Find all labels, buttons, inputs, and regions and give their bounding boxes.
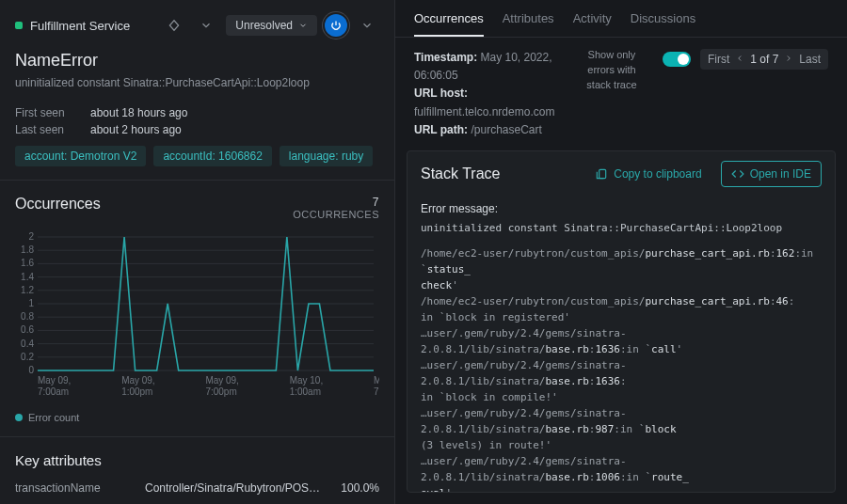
open-in-ide-button[interactable]: Open in IDE: [721, 161, 822, 187]
stack-trace-line: …user/.gem/ruby/2.4/gems/sinatra-2.0.8.1…: [421, 453, 822, 485]
svg-text:1.4: 1.4: [21, 272, 34, 282]
svg-text:1.8: 1.8: [21, 244, 34, 255]
svg-text:May 09,: May 09,: [38, 375, 71, 386]
occurrence-meta-bar: Timestamp: May 10, 2022, 06:06:05 URL ho…: [395, 38, 847, 150]
svg-text:1:00pm: 1:00pm: [121, 386, 152, 397]
timestamp-label: Timestamp:: [414, 51, 477, 64]
legend-label: Error count: [28, 412, 79, 423]
stack-trace-line: /home/ec2-user/rubytron/custom_apis/purc…: [421, 293, 822, 309]
last-seen-label: Last seen: [15, 123, 72, 136]
tab-attributes[interactable]: Attributes: [503, 0, 554, 37]
tab-activity[interactable]: Activity: [573, 0, 612, 37]
entity-picker-icon[interactable]: [162, 13, 186, 38]
stack-trace-filter: Show only errors with stack trace: [574, 49, 649, 90]
tag[interactable]: account: Demotron V2: [15, 146, 146, 166]
power-icon[interactable]: [325, 14, 347, 37]
occurrence-meta: Timestamp: May 10, 2022, 06:06:05 URL ho…: [414, 49, 561, 139]
url-path-value: /purchaseCart: [471, 123, 541, 136]
stack-trace-line: in `block in registered': [421, 309, 822, 325]
svg-text:May 09,: May 09,: [205, 375, 238, 386]
svg-text:0.6: 0.6: [21, 324, 34, 335]
svg-text:0.8: 0.8: [21, 311, 34, 322]
stack-trace-line: (3 levels) in route!': [421, 437, 822, 453]
svg-text:May 10,: May 10,: [290, 375, 323, 386]
stack-trace-body[interactable]: Error message: uninitialized constant Si…: [408, 197, 835, 492]
tag[interactable]: language: ruby: [280, 146, 373, 166]
first-seen-value: about 18 hours ago: [90, 106, 187, 119]
svg-text:2: 2: [28, 231, 34, 242]
error-message-label: Error message:: [421, 200, 822, 218]
key-attribute-name: transactionName: [15, 481, 137, 495]
svg-text:1.6: 1.6: [21, 258, 34, 268]
copy-to-clipboard-button[interactable]: Copy to clipboard: [585, 162, 711, 186]
key-attributes-title: Key attributes: [0, 437, 394, 476]
right-panel: Occurrences Attributes Activity Discussi…: [395, 0, 847, 504]
seen-block: First seen about 18 hours ago Last seen …: [0, 99, 394, 146]
occurrences-header: Occurrences 7 OCCURRENCES: [0, 181, 394, 224]
stack-trace-toggle[interactable]: [663, 52, 691, 67]
code-icon: [731, 167, 744, 181]
occurrences-title: Occurrences: [15, 196, 101, 213]
tag[interactable]: accountId: 1606862: [153, 146, 271, 166]
svg-text:1.2: 1.2: [21, 285, 34, 295]
clipboard-icon: [595, 167, 608, 181]
error-message-text: uninitialized constant Sinatra::Purchase…: [421, 220, 822, 236]
svg-text:7:00am: 7:00am: [38, 386, 69, 397]
occurrences-chart[interactable]: 00.20.40.60.811.21.41.61.82May 09,7:00am…: [0, 224, 394, 408]
url-path-label: URL path:: [414, 123, 468, 136]
toggle-label-line: Show only: [588, 49, 636, 60]
service-header: Fulfillment Service Unresolved: [0, 0, 394, 43]
key-attribute-value: Controller/Sinatra/Rubytron/POS…: [145, 481, 333, 495]
chevron-down-icon[interactable]: [355, 13, 379, 38]
left-panel: Fulfillment Service Unresolved NameError…: [0, 0, 395, 504]
error-title-block: NameError uninitialized constant Sinatra…: [0, 43, 394, 99]
tab-occurrences[interactable]: Occurrences: [414, 0, 484, 37]
svg-rect-32: [599, 169, 606, 178]
chevron-down-icon[interactable]: [194, 13, 218, 38]
error-class: NameError: [15, 51, 379, 71]
chart-legend: Error count: [0, 408, 394, 436]
stack-trace-line: …user/.gem/ruby/2.4/gems/sinatra-2.0.8.1…: [421, 405, 822, 437]
copy-label: Copy to clipboard: [614, 167, 701, 181]
pager-position: 1 of 7: [750, 53, 778, 66]
svg-text:7:00am: 7:00am: [374, 386, 379, 397]
key-attribute-pct: 100.0%: [341, 481, 379, 495]
svg-text:May 10: May 10: [374, 375, 379, 386]
tag-list: account: Demotron V2 accountId: 1606862 …: [0, 146, 394, 180]
occurrence-pager: First 1 of 7 Last: [700, 49, 828, 70]
url-host-label: URL host:: [414, 87, 468, 100]
last-seen-value: about 2 hours ago: [90, 123, 182, 136]
stack-trace-line: …user/.gem/ruby/2.4/gems/sinatra-2.0.8.1…: [421, 357, 822, 389]
status-dropdown[interactable]: Unresolved: [226, 15, 317, 36]
pager-next-icon[interactable]: [784, 53, 793, 66]
stack-trace-pane: Stack Trace Copy to clipboard Open in ID…: [407, 150, 836, 493]
open-ide-label: Open in IDE: [750, 167, 811, 181]
stack-trace-line: eval': [421, 485, 822, 492]
first-seen-label: First seen: [15, 106, 72, 119]
occurrences-count-block: 7 OCCURRENCES: [293, 196, 379, 220]
toggle-label-line: stack trace: [586, 79, 636, 90]
pager-first[interactable]: First: [708, 53, 729, 66]
stack-trace-title: Stack Trace: [421, 165, 576, 182]
stack-trace-line: /home/ec2-user/rubytron/custom_apis/purc…: [421, 245, 822, 277]
svg-text:0.4: 0.4: [21, 339, 34, 349]
svg-text:0.2: 0.2: [21, 352, 34, 362]
stack-trace-header: Stack Trace Copy to clipboard Open in ID…: [408, 151, 835, 197]
url-host-value: fulfillment.telco.nrdemo.com: [414, 105, 554, 118]
stack-trace-line: …user/.gem/ruby/2.4/gems/sinatra-2.0.8.1…: [421, 325, 822, 357]
svg-text:7:00pm: 7:00pm: [205, 386, 236, 397]
key-attribute-row[interactable]: transactionName Controller/Sinatra/Rubyt…: [0, 476, 394, 504]
svg-text:1:00am: 1:00am: [290, 386, 321, 397]
occurrences-count: 7: [293, 196, 379, 209]
toggle-label-line: errors with: [587, 64, 635, 75]
tab-discussions[interactable]: Discussions: [631, 0, 695, 37]
detail-tabs: Occurrences Attributes Activity Discussi…: [395, 0, 847, 38]
pager-last[interactable]: Last: [799, 53, 821, 66]
status-dropdown-label: Unresolved: [235, 19, 293, 32]
stack-trace-line: in `block in compile!': [421, 389, 822, 405]
pager-prev-icon[interactable]: [735, 53, 744, 66]
status-indicator: [15, 22, 23, 29]
svg-text:0: 0: [28, 365, 34, 375]
svg-text:1: 1: [28, 298, 34, 308]
error-message-summary: uninitialized constant Sinatra::Purchase…: [15, 76, 379, 89]
